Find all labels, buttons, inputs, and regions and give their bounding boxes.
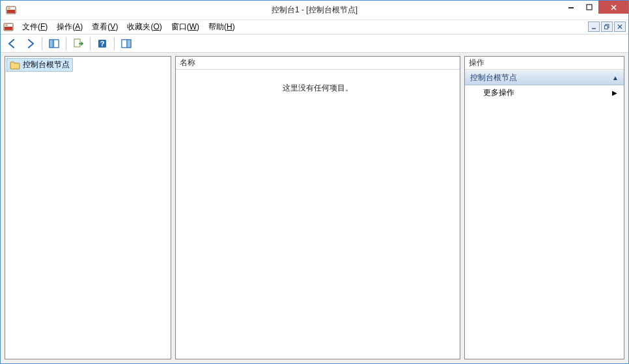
menu-action-text: 操作( [57,22,75,31]
mdi-restore-button[interactable] [601,21,613,32]
mdi-buttons [588,21,626,32]
list-header[interactable]: 名称 [176,57,460,70]
toolbar-separator [114,37,115,50]
mdi-app-icon [3,22,14,33]
tree-root-item[interactable]: 控制台根节点 [7,58,73,72]
window-title: 控制台1 - [控制台根节点] [1,5,628,16]
svg-rect-18 [122,40,127,48]
toolbar-separator [90,37,91,50]
menu-view-text: 查看( [92,22,110,31]
svg-rect-6 [5,27,12,30]
svg-rect-1 [7,10,15,13]
show-hide-tree-button[interactable] [46,36,62,51]
app-icon [6,5,16,16]
svg-rect-14 [74,39,80,47]
menubar: 文件(F) 操作(A) 查看(V) 收藏夹(O) 窗口(W) 帮助(H) [1,20,628,35]
actions-body: 控制台根节点 ▲ 更多操作 ▶ [465,70,624,359]
actions-more-item[interactable]: 更多操作 ▶ [465,85,624,100]
actions-group-label: 控制台根节点 [470,72,517,83]
main-area: 控制台根节点 名称 这里没有任何项目。 操作 控制台根节点 ▲ [1,53,628,363]
actions-header-label: 操作 [469,57,484,68]
show-hide-action-pane-button[interactable] [119,36,134,51]
actions-pane: 操作 控制台根节点 ▲ 更多操作 ▶ [464,56,624,359]
export-list-button[interactable] [70,36,86,51]
menu-help-text: 帮助( [208,22,227,31]
menu-file-text: 文件( [22,22,40,31]
tree-pane: 控制台根节点 [5,56,171,359]
svg-rect-8 [592,28,596,29]
menu-fav-close: ) [160,22,162,31]
minimize-button[interactable] [562,1,580,14]
app-window: 控制台1 - [控制台根节点] 文件(F) 操作(A) 查看(V) 收藏夹(O) [0,0,629,364]
list-body: 这里没有任何项目。 [176,70,460,359]
svg-rect-13 [54,40,59,48]
svg-rect-4 [587,5,592,10]
menu-action-close: ) [80,22,83,31]
menu-fav-text: 收藏夹( [127,22,153,31]
svg-rect-3 [568,7,574,8]
mdi-close-button[interactable] [614,21,626,32]
titlebar: 控制台1 - [控制台根节点] [1,1,628,20]
menu-file[interactable]: 文件(F) [18,20,52,34]
help-button[interactable]: ? [94,36,110,51]
menu-window-close: ) [197,22,199,31]
menu-view[interactable]: 查看(V) [87,20,122,34]
menu-fav-accel: O [153,22,159,31]
svg-rect-12 [49,40,53,48]
menu-window[interactable]: 窗口(W) [167,20,204,34]
list-pane: 名称 这里没有任何项目。 [175,56,460,359]
tree-root-label: 控制台根节点 [23,59,70,70]
actions-header: 操作 [465,57,624,70]
list-empty-text: 这里没有任何项目。 [283,83,353,92]
svg-rect-7 [5,24,8,26]
menu-help-close: ) [232,22,235,31]
close-button[interactable] [598,1,628,14]
tree-body: 控制台根节点 [5,57,171,359]
menu-help[interactable]: 帮助(H) [204,20,240,34]
svg-rect-19 [127,40,131,48]
menu-favorites[interactable]: 收藏夹(O) [122,20,166,34]
list-header-label: 名称 [180,57,195,68]
mdi-minimize-button[interactable] [588,21,600,32]
forward-button[interactable] [22,36,38,51]
menu-window-accel: W [189,22,197,31]
window-buttons [562,1,628,20]
svg-rect-2 [8,7,10,9]
toolbar: ? [1,35,628,53]
maximize-button[interactable] [580,1,598,14]
actions-group-title[interactable]: 控制台根节点 ▲ [465,70,624,85]
back-button[interactable] [5,36,20,51]
svg-text:?: ? [100,40,105,48]
submenu-arrow-icon: ▶ [612,89,617,96]
svg-rect-10 [605,26,608,29]
actions-more-label: 更多操作 [483,87,514,98]
menu-window-text: 窗口( [171,22,189,31]
toolbar-separator [66,37,66,50]
folder-icon [10,61,20,70]
menu-action[interactable]: 操作(A) [52,20,87,34]
toolbar-separator [42,37,42,50]
menu-view-close: ) [115,22,118,31]
menu-file-close: ) [45,22,48,31]
collapse-up-icon: ▲ [612,74,619,81]
menu-help-accel: H [227,22,232,31]
